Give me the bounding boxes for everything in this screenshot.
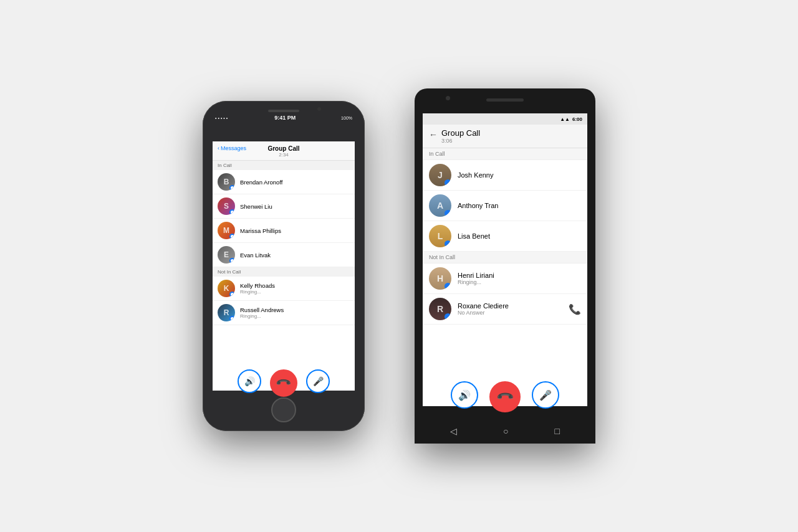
mute-button[interactable]: 🎤 bbox=[306, 369, 330, 393]
contact-name: Josh Kenny bbox=[458, 171, 493, 179]
avatar: R bbox=[429, 298, 451, 320]
avatar: M bbox=[218, 222, 235, 239]
avatar: J bbox=[429, 164, 451, 186]
list-item: R Russell Andrews Ringing... bbox=[213, 301, 355, 325]
android-time: 6:00 bbox=[572, 116, 582, 122]
speaker-button[interactable]: 🔊 bbox=[238, 369, 261, 393]
ios-nav-subtitle: 2:34 bbox=[219, 152, 349, 158]
contact-name: Kelly Rhoads bbox=[240, 282, 275, 289]
android-speaker bbox=[486, 98, 524, 102]
messenger-badge bbox=[229, 209, 235, 215]
list-item: B Brendan Aronoff bbox=[213, 170, 355, 194]
iphone-device: ••••• 9:41 PM 100% ‹ Messages Group Call… bbox=[203, 101, 365, 431]
android-call-controls: 🔊 📞 🎤 bbox=[415, 381, 595, 412]
avatar: K bbox=[218, 280, 235, 297]
list-item: H Henri Liriani Ringing... bbox=[423, 264, 587, 294]
avatar: B bbox=[218, 173, 235, 191]
messenger-badge bbox=[445, 240, 451, 247]
messenger-badge bbox=[445, 179, 451, 186]
iphone-status-bar: ••••• 9:41 PM 100% bbox=[203, 115, 365, 121]
messenger-badge bbox=[229, 292, 235, 297]
android-back-nav-button[interactable]: ◁ bbox=[450, 426, 457, 436]
iphone-time: 9:41 PM bbox=[274, 115, 296, 121]
android-status-bar: ▲▲ 6:00 bbox=[423, 113, 587, 125]
android-nav-bar: ◁ ○ □ bbox=[415, 419, 595, 444]
contact-name: Lisa Benet bbox=[458, 232, 490, 240]
messenger-badge bbox=[229, 258, 235, 264]
list-item: S Shenwei Liu bbox=[213, 194, 355, 219]
ios-back-button[interactable]: ‹ Messages bbox=[218, 145, 246, 151]
signal-icon: ▲▲ bbox=[560, 116, 570, 122]
contact-status: Ringing... bbox=[240, 313, 284, 319]
contact-name: Anthony Tran bbox=[458, 202, 498, 209]
back-label: Messages bbox=[221, 145, 246, 151]
iphone-screen: ‹ Messages Group Call 2:34 In Call B Bre… bbox=[213, 141, 355, 391]
iphone-camera bbox=[317, 107, 321, 111]
list-item: L Lisa Benet bbox=[423, 221, 587, 252]
messenger-badge bbox=[229, 234, 235, 239]
list-item: A Anthony Tran bbox=[423, 191, 587, 221]
list-item: R Roxane Clediere No Answer 📞 bbox=[423, 294, 587, 325]
android-speaker-button[interactable]: 🔊 bbox=[451, 381, 478, 409]
messenger-badge bbox=[229, 185, 235, 191]
home-button[interactable] bbox=[271, 397, 296, 422]
list-item: M Marissa Phillips bbox=[213, 219, 355, 243]
contact-name: Brendan Aronoff bbox=[240, 179, 283, 186]
avatar: H bbox=[429, 267, 451, 290]
signal-dots: ••••• bbox=[215, 116, 229, 120]
contact-name: Russell Andrews bbox=[240, 306, 284, 313]
battery-icon: 100% bbox=[341, 116, 352, 120]
list-item: J Josh Kenny bbox=[423, 160, 587, 191]
list-item: E Evan Litvak bbox=[213, 243, 355, 267]
contact-name: Henri Liriani bbox=[458, 272, 494, 279]
call-back-icon[interactable]: 📞 bbox=[569, 303, 581, 315]
avatar: R bbox=[218, 304, 235, 321]
android-not-in-call-header: Not In Call bbox=[423, 252, 587, 264]
contact-status: Ringing... bbox=[458, 279, 494, 285]
android-home-button[interactable]: ○ bbox=[503, 426, 508, 436]
avatar: S bbox=[218, 197, 235, 215]
contact-name: Evan Litvak bbox=[240, 252, 271, 259]
iphone-speaker bbox=[268, 110, 299, 112]
android-back-button[interactable]: ← bbox=[429, 130, 438, 140]
android-recents-button[interactable]: □ bbox=[555, 426, 560, 436]
contact-name: Roxane Clediere bbox=[458, 302, 509, 310]
contact-status: No Answer bbox=[458, 310, 509, 316]
android-toolbar: ← Group Call 3:06 bbox=[423, 125, 587, 148]
android-mute-button[interactable]: 🎤 bbox=[532, 381, 559, 409]
android-device: ▲▲ 6:00 ← Group Call 3:06 In Call J Josh… bbox=[415, 88, 595, 444]
chevron-left-icon: ‹ bbox=[218, 145, 219, 151]
contact-name: Marissa Phillips bbox=[240, 227, 281, 234]
list-item: K Kelly Rhoads Ringing... bbox=[213, 277, 355, 301]
android-camera bbox=[446, 96, 450, 100]
android-screen: ▲▲ 6:00 ← Group Call 3:06 In Call J Josh… bbox=[423, 113, 587, 406]
avatar: L bbox=[429, 225, 451, 247]
android-end-call-button[interactable]: 📞 bbox=[483, 375, 527, 419]
messenger-badge bbox=[445, 283, 451, 290]
android-nav-title: Group Call bbox=[441, 128, 480, 138]
ios-nav-bar: ‹ Messages Group Call 2:34 bbox=[213, 141, 355, 161]
android-nav-subtitle: 3:06 bbox=[441, 138, 480, 144]
avatar: A bbox=[429, 194, 451, 217]
messenger-badge bbox=[445, 210, 451, 217]
android-in-call-header: In Call bbox=[423, 148, 587, 160]
contact-status: Ringing... bbox=[240, 289, 275, 295]
end-call-button[interactable]: 📞 bbox=[264, 364, 303, 402]
messenger-badge bbox=[445, 313, 451, 320]
messenger-badge bbox=[229, 316, 235, 321]
avatar: E bbox=[218, 246, 235, 264]
in-call-section-header: In Call bbox=[213, 161, 355, 170]
contact-name: Shenwei Liu bbox=[240, 203, 272, 210]
ios-call-controls: 🔊 📞 🎤 bbox=[203, 369, 365, 397]
not-in-call-section-header: Not In Call bbox=[213, 267, 355, 277]
